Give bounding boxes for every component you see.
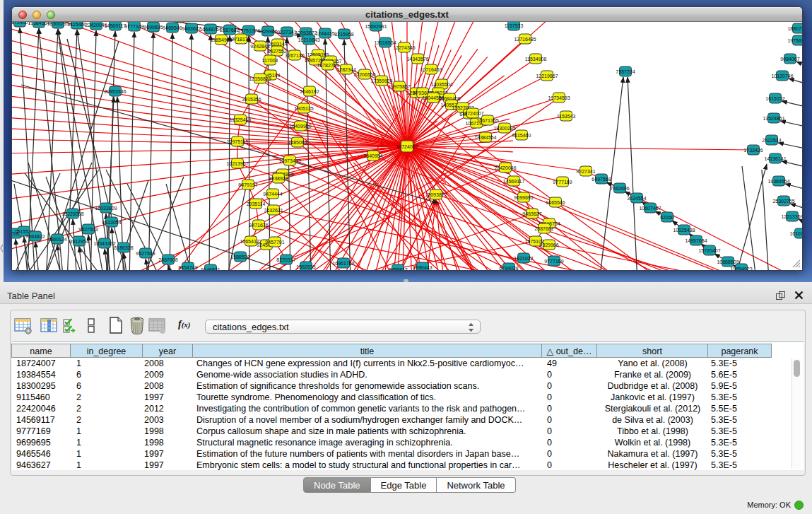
svg-text:12213967: 12213967 xyxy=(226,161,248,166)
svg-text:9699695: 9699695 xyxy=(143,25,163,30)
svg-text:2603144: 2603144 xyxy=(268,42,287,47)
svg-text:9465546: 9465546 xyxy=(163,25,182,30)
svg-text:16107553: 16107553 xyxy=(789,231,802,236)
svg-text:10025438: 10025438 xyxy=(673,228,695,233)
svg-text:16648764: 16648764 xyxy=(199,27,221,32)
svg-text:18300295: 18300295 xyxy=(47,22,69,26)
svg-text:15226058: 15226058 xyxy=(61,211,83,216)
svg-text:10973493: 10973493 xyxy=(278,158,300,163)
svg-text:1905135: 1905135 xyxy=(294,106,313,111)
svg-text:9474444: 9474444 xyxy=(263,192,282,197)
svg-text:62160: 62160 xyxy=(660,215,674,220)
svg-text:9227341: 9227341 xyxy=(277,30,296,35)
svg-text:10607487: 10607487 xyxy=(639,206,661,211)
svg-text:16033809: 16033809 xyxy=(95,206,117,211)
svg-text:16543362: 16543362 xyxy=(93,241,115,246)
svg-text:2935114: 2935114 xyxy=(247,201,266,206)
svg-text:15692991: 15692991 xyxy=(365,24,387,29)
svg-text:8215958: 8215958 xyxy=(334,32,353,37)
svg-text:6794028: 6794028 xyxy=(499,266,518,271)
svg-text:2887682: 2887682 xyxy=(220,28,239,33)
svg-text:8454749: 8454749 xyxy=(178,265,197,270)
svg-text:16210643: 16210643 xyxy=(298,37,319,42)
svg-text:8427552: 8427552 xyxy=(267,49,286,54)
svg-text:2646192: 2646192 xyxy=(300,89,319,94)
svg-text:20953346: 20953346 xyxy=(104,89,126,94)
svg-text:14136141: 14136141 xyxy=(764,156,786,161)
svg-text:9457791: 9457791 xyxy=(265,240,284,245)
svg-text:19384554: 19384554 xyxy=(474,135,496,140)
svg-text:15720407: 15720407 xyxy=(698,248,720,253)
svg-text:7632621: 7632621 xyxy=(264,208,283,213)
svg-text:18300295: 18300295 xyxy=(493,126,515,131)
svg-text:3915356: 3915356 xyxy=(242,97,261,102)
svg-text:10688609: 10688609 xyxy=(717,259,739,264)
svg-text:1282344: 1282344 xyxy=(336,67,355,72)
svg-text:9227341: 9227341 xyxy=(576,169,595,174)
svg-text:19654983: 19654983 xyxy=(210,37,232,42)
svg-text:16409910: 16409910 xyxy=(289,124,311,129)
svg-text:6479197: 6479197 xyxy=(238,182,257,187)
svg-text:9242848: 9242848 xyxy=(250,44,269,49)
svg-text:9115460: 9115460 xyxy=(68,22,87,27)
svg-text:17016504: 17016504 xyxy=(374,40,396,45)
svg-text:16671355: 16671355 xyxy=(476,118,498,123)
svg-text:14569117: 14569117 xyxy=(105,23,126,28)
svg-text:19975867: 19975867 xyxy=(388,84,410,89)
svg-text:12975115: 12975115 xyxy=(227,139,249,144)
svg-text:9827503: 9827503 xyxy=(78,227,98,232)
svg-text:1733426: 1733426 xyxy=(743,148,763,153)
svg-text:3912954: 3912954 xyxy=(69,239,88,244)
svg-text:14569117: 14569117 xyxy=(503,179,525,184)
svg-text:8813054: 8813054 xyxy=(102,220,121,225)
svg-text:6497568: 6497568 xyxy=(592,177,611,182)
svg-text:12093872: 12093872 xyxy=(425,192,447,197)
svg-text:7357224: 7357224 xyxy=(616,69,635,74)
svg-text:11325419: 11325419 xyxy=(230,117,252,122)
svg-text:11534908: 11534908 xyxy=(525,57,547,62)
svg-text:25302755: 25302755 xyxy=(772,199,794,204)
svg-text:9660124: 9660124 xyxy=(47,237,66,242)
svg-text:1588520: 1588520 xyxy=(230,255,249,259)
svg-text:9465546: 9465546 xyxy=(546,200,565,205)
svg-text:12274346: 12274346 xyxy=(393,45,415,50)
svg-text:12093872: 12093872 xyxy=(295,30,317,35)
svg-text:1167533: 1167533 xyxy=(505,23,524,28)
svg-text:12213369: 12213369 xyxy=(781,214,802,219)
svg-text:1244415: 1244415 xyxy=(315,31,334,36)
svg-text:9146821: 9146821 xyxy=(201,267,220,271)
svg-text:2718176: 2718176 xyxy=(231,37,250,42)
svg-text:22420046: 22420046 xyxy=(494,165,516,170)
svg-text:14343576: 14343576 xyxy=(406,57,428,62)
svg-text:9777169: 9777169 xyxy=(553,180,572,185)
svg-text:12156829: 12156829 xyxy=(249,76,271,81)
svg-text:10716453: 10716453 xyxy=(420,67,442,72)
svg-text:8471676: 8471676 xyxy=(249,223,268,228)
svg-text:9777169: 9777169 xyxy=(544,259,563,264)
svg-text:20206556: 20206556 xyxy=(353,72,375,77)
svg-text:2867608: 2867608 xyxy=(158,257,177,262)
svg-text:1362635: 1362635 xyxy=(296,264,315,269)
svg-text:17359924: 17359924 xyxy=(370,78,392,83)
svg-text:1621022: 1621022 xyxy=(514,256,533,261)
svg-text:14957684: 14957684 xyxy=(685,238,707,243)
svg-text:2887682: 2887682 xyxy=(534,226,553,231)
svg-text:9115460: 9115460 xyxy=(512,133,531,138)
svg-text:7955812: 7955812 xyxy=(388,267,407,271)
svg-text:12035504: 12035504 xyxy=(430,82,452,87)
svg-text:18724007: 18724007 xyxy=(396,144,418,149)
svg-text:9699695: 9699695 xyxy=(514,195,533,200)
svg-text:117004: 117004 xyxy=(262,58,278,63)
svg-text:18807249: 18807249 xyxy=(787,26,802,31)
svg-text:13524851: 13524851 xyxy=(763,116,784,121)
svg-text:8990443: 8990443 xyxy=(413,265,432,270)
svg-text:1640954: 1640954 xyxy=(363,153,382,158)
svg-text:1153543: 1153543 xyxy=(557,114,576,119)
svg-text:8220317: 8220317 xyxy=(276,257,295,262)
svg-text:16961758: 16961758 xyxy=(332,261,354,266)
svg-text:19734593: 19734593 xyxy=(548,95,570,100)
svg-text:9329966: 9329966 xyxy=(258,29,277,34)
svg-text:3267130: 3267130 xyxy=(285,53,304,58)
svg-text:9329966: 9329966 xyxy=(539,243,558,247)
svg-text:16782759: 16782759 xyxy=(317,63,339,68)
